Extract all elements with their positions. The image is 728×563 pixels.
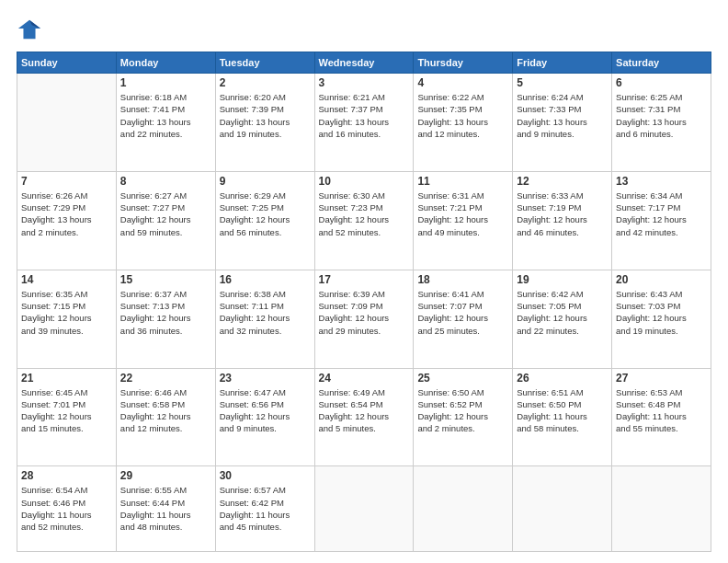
day-info: Sunrise: 6:33 AM Sunset: 7:19 PM Dayligh… <box>517 190 608 238</box>
calendar-cell <box>612 466 711 552</box>
calendar-cell <box>314 466 414 552</box>
day-info: Sunrise: 6:43 AM Sunset: 7:03 PM Dayligh… <box>616 288 707 337</box>
day-number: 24 <box>319 372 410 385</box>
day-info: Sunrise: 6:46 AM Sunset: 6:58 PM Dayligh… <box>120 386 211 435</box>
day-number: 13 <box>616 175 707 188</box>
day-info: Sunrise: 6:50 AM Sunset: 6:52 PM Dayligh… <box>417 386 508 435</box>
calendar-cell: 17Sunrise: 6:39 AM Sunset: 7:09 PM Dayli… <box>314 270 414 368</box>
day-number: 5 <box>517 76 608 89</box>
day-info: Sunrise: 6:55 AM Sunset: 6:44 PM Dayligh… <box>120 484 211 533</box>
calendar-cell: 26Sunrise: 6:51 AM Sunset: 6:50 PM Dayli… <box>513 368 612 466</box>
day-number: 15 <box>120 273 211 286</box>
day-info: Sunrise: 6:47 AM Sunset: 6:56 PM Dayligh… <box>220 386 311 435</box>
calendar-cell: 29Sunrise: 6:55 AM Sunset: 6:44 PM Dayli… <box>116 466 215 552</box>
calendar-cell: 19Sunrise: 6:42 AM Sunset: 7:05 PM Dayli… <box>513 270 612 368</box>
day-info: Sunrise: 6:51 AM Sunset: 6:50 PM Dayligh… <box>517 386 608 435</box>
svg-marker-0 <box>18 20 40 40</box>
calendar-cell: 25Sunrise: 6:50 AM Sunset: 6:52 PM Dayli… <box>414 368 513 466</box>
day-info: Sunrise: 6:27 AM Sunset: 7:27 PM Dayligh… <box>120 190 211 238</box>
calendar-cell: 28Sunrise: 6:54 AM Sunset: 6:46 PM Dayli… <box>17 466 117 552</box>
day-number: 11 <box>417 175 508 188</box>
day-info: Sunrise: 6:24 AM Sunset: 7:33 PM Dayligh… <box>517 91 608 140</box>
weekday-header: Monday <box>116 52 215 74</box>
weekday-header: Wednesday <box>314 52 414 74</box>
weekday-header: Saturday <box>612 52 711 74</box>
calendar-cell: 2Sunrise: 6:20 AM Sunset: 7:39 PM Daylig… <box>215 74 314 172</box>
calendar-cell: 10Sunrise: 6:30 AM Sunset: 7:23 PM Dayli… <box>314 171 414 270</box>
day-info: Sunrise: 6:22 AM Sunset: 7:35 PM Dayligh… <box>417 91 508 140</box>
calendar-cell: 6Sunrise: 6:25 AM Sunset: 7:31 PM Daylig… <box>612 74 711 172</box>
day-number: 4 <box>417 76 508 89</box>
calendar-cell: 20Sunrise: 6:43 AM Sunset: 7:03 PM Dayli… <box>612 270 711 368</box>
day-info: Sunrise: 6:41 AM Sunset: 7:07 PM Dayligh… <box>417 288 508 337</box>
weekday-header-row: SundayMondayTuesdayWednesdayThursdayFrid… <box>17 52 711 74</box>
day-number: 14 <box>21 273 112 286</box>
header <box>17 17 711 42</box>
day-info: Sunrise: 6:26 AM Sunset: 7:29 PM Dayligh… <box>21 190 112 238</box>
calendar-cell: 15Sunrise: 6:37 AM Sunset: 7:13 PM Dayli… <box>116 270 215 368</box>
day-number: 7 <box>21 175 112 188</box>
weekday-header: Friday <box>513 52 612 74</box>
day-number: 29 <box>120 469 211 482</box>
calendar-cell: 4Sunrise: 6:22 AM Sunset: 7:35 PM Daylig… <box>414 74 513 172</box>
day-number: 20 <box>616 273 707 286</box>
day-info: Sunrise: 6:35 AM Sunset: 7:15 PM Dayligh… <box>21 288 112 337</box>
day-info: Sunrise: 6:49 AM Sunset: 6:54 PM Dayligh… <box>319 386 410 435</box>
day-number: 23 <box>220 372 311 385</box>
calendar-cell: 30Sunrise: 6:57 AM Sunset: 6:42 PM Dayli… <box>215 466 314 552</box>
day-info: Sunrise: 6:45 AM Sunset: 7:01 PM Dayligh… <box>21 386 112 435</box>
weekday-header: Thursday <box>414 52 513 74</box>
day-info: Sunrise: 6:38 AM Sunset: 7:11 PM Dayligh… <box>220 288 311 337</box>
day-info: Sunrise: 6:21 AM Sunset: 7:37 PM Dayligh… <box>319 91 410 140</box>
day-number: 30 <box>220 469 311 482</box>
day-number: 9 <box>220 175 311 188</box>
calendar-cell: 24Sunrise: 6:49 AM Sunset: 6:54 PM Dayli… <box>314 368 414 466</box>
day-info: Sunrise: 6:42 AM Sunset: 7:05 PM Dayligh… <box>517 288 608 337</box>
day-info: Sunrise: 6:29 AM Sunset: 7:25 PM Dayligh… <box>220 190 311 238</box>
day-info: Sunrise: 6:53 AM Sunset: 6:48 PM Dayligh… <box>616 386 707 435</box>
day-number: 21 <box>21 372 112 385</box>
day-number: 8 <box>120 175 211 188</box>
calendar-cell: 14Sunrise: 6:35 AM Sunset: 7:15 PM Dayli… <box>17 270 117 368</box>
day-number: 27 <box>616 372 707 385</box>
calendar-cell <box>513 466 612 552</box>
weekday-header: Tuesday <box>215 52 314 74</box>
day-number: 28 <box>21 469 112 482</box>
day-number: 16 <box>220 273 311 286</box>
day-number: 1 <box>120 76 211 89</box>
day-info: Sunrise: 6:39 AM Sunset: 7:09 PM Dayligh… <box>319 288 410 337</box>
logo <box>17 17 46 42</box>
calendar-cell: 1Sunrise: 6:18 AM Sunset: 7:41 PM Daylig… <box>116 74 215 172</box>
day-number: 26 <box>517 372 608 385</box>
day-number: 3 <box>319 76 410 89</box>
calendar-cell: 22Sunrise: 6:46 AM Sunset: 6:58 PM Dayli… <box>116 368 215 466</box>
weekday-header: Sunday <box>17 52 117 74</box>
calendar-table: SundayMondayTuesdayWednesdayThursdayFrid… <box>17 52 711 552</box>
calendar-cell: 16Sunrise: 6:38 AM Sunset: 7:11 PM Dayli… <box>215 270 314 368</box>
day-number: 19 <box>517 273 608 286</box>
calendar-cell: 23Sunrise: 6:47 AM Sunset: 6:56 PM Dayli… <box>215 368 314 466</box>
day-info: Sunrise: 6:25 AM Sunset: 7:31 PM Dayligh… <box>616 91 707 140</box>
day-number: 6 <box>616 76 707 89</box>
calendar-cell: 11Sunrise: 6:31 AM Sunset: 7:21 PM Dayli… <box>414 171 513 270</box>
calendar-cell: 13Sunrise: 6:34 AM Sunset: 7:17 PM Dayli… <box>612 171 711 270</box>
day-number: 18 <box>417 273 508 286</box>
calendar-cell <box>414 466 513 552</box>
calendar-cell: 5Sunrise: 6:24 AM Sunset: 7:33 PM Daylig… <box>513 74 612 172</box>
day-number: 2 <box>220 76 311 89</box>
calendar-cell: 21Sunrise: 6:45 AM Sunset: 7:01 PM Dayli… <box>17 368 117 466</box>
calendar-cell <box>17 74 117 172</box>
day-info: Sunrise: 6:54 AM Sunset: 6:46 PM Dayligh… <box>21 484 112 533</box>
day-info: Sunrise: 6:57 AM Sunset: 6:42 PM Dayligh… <box>220 484 311 533</box>
day-number: 17 <box>319 273 410 286</box>
day-info: Sunrise: 6:31 AM Sunset: 7:21 PM Dayligh… <box>417 190 508 238</box>
day-number: 25 <box>417 372 508 385</box>
page: SundayMondayTuesdayWednesdayThursdayFrid… <box>0 0 728 563</box>
day-info: Sunrise: 6:30 AM Sunset: 7:23 PM Dayligh… <box>319 190 410 238</box>
calendar-cell: 7Sunrise: 6:26 AM Sunset: 7:29 PM Daylig… <box>17 171 117 270</box>
day-number: 10 <box>319 175 410 188</box>
day-number: 22 <box>120 372 211 385</box>
calendar-cell: 8Sunrise: 6:27 AM Sunset: 7:27 PM Daylig… <box>116 171 215 270</box>
day-info: Sunrise: 6:37 AM Sunset: 7:13 PM Dayligh… <box>120 288 211 337</box>
day-info: Sunrise: 6:34 AM Sunset: 7:17 PM Dayligh… <box>616 190 707 238</box>
